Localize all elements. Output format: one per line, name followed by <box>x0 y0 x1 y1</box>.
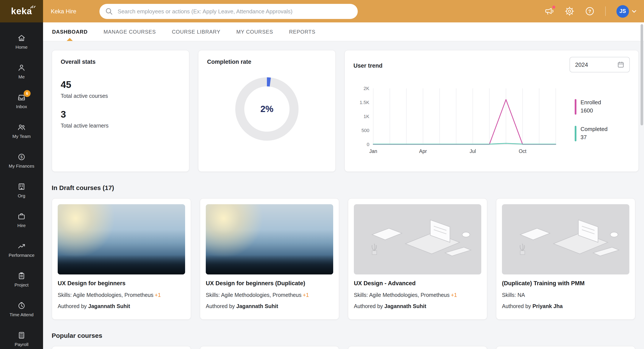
course-card[interactable] <box>200 346 339 349</box>
app-name: Keka Hire <box>51 8 76 15</box>
course-author: Authored by Jagannath Suhit <box>58 303 185 309</box>
draft-courses-title: In Draft courses (17) <box>52 184 636 191</box>
course-card[interactable] <box>348 346 487 349</box>
legend-value: 37 <box>580 134 608 140</box>
vertical-scrollbar[interactable] <box>640 24 643 125</box>
sidebar-item-inbox[interactable]: 6 Inbox <box>0 86 43 116</box>
skills-value: Agile Methodologies, Prometheus <box>369 292 450 298</box>
performance-icon <box>17 242 26 250</box>
legend-completed: Completed 37 <box>575 126 630 141</box>
legend-marker-enrolled <box>575 99 576 114</box>
sidebar-item-org[interactable]: Org <box>0 175 43 205</box>
course-card[interactable] <box>496 346 636 349</box>
avatar[interactable]: JS <box>616 5 629 18</box>
help-icon: ? <box>585 7 594 16</box>
tab-reports[interactable]: REPORTS <box>289 23 316 41</box>
global-search[interactable] <box>100 4 358 19</box>
author-label: Authored by <box>206 303 235 309</box>
stat-value: 3 <box>61 109 180 120</box>
clock-icon <box>17 301 26 310</box>
svg-text:Jan: Jan <box>369 148 377 154</box>
course-title: UX Design for beginners (Duplicate) <box>206 280 333 286</box>
svg-text:1K: 1K <box>364 114 369 119</box>
skills-value: NA <box>518 292 525 298</box>
topbar-actions: ? JS <box>544 5 636 18</box>
sidebar-label: Org <box>18 193 25 198</box>
trend-legend: Enrolled 1600 Completed 37 <box>575 99 630 141</box>
course-author: Authored by Priyank Jha <box>502 303 629 309</box>
keka-logo[interactable]: keka <box>0 0 43 23</box>
legend-value: 1600 <box>580 107 601 114</box>
course-card[interactable]: (Duplicate) Training with PMM Skills: NA… <box>496 198 636 320</box>
sidebar-item-my-team[interactable]: My Team <box>0 116 43 146</box>
course-thumbnail-photo <box>206 204 333 274</box>
sidebar-item-home[interactable]: Home <box>0 27 43 57</box>
course-card[interactable]: UX Design for beginners (Duplicate) Skil… <box>200 198 339 320</box>
skills-more-chip[interactable]: +1 <box>303 292 309 298</box>
sidebar-item-my-finances[interactable]: $ My Finances <box>0 146 43 175</box>
sidebar-label: Me <box>18 74 24 79</box>
topbar-main: Keka Hire <box>43 0 644 23</box>
course-title: UX Design for beginners <box>58 280 185 286</box>
inbox-badge: 6 <box>24 90 30 97</box>
sidebar-item-performance[interactable]: Performance <box>0 235 43 264</box>
briefcase-icon <box>17 212 26 221</box>
search-input[interactable] <box>117 8 352 15</box>
profile-menu[interactable]: JS <box>616 5 636 18</box>
calendar-icon <box>617 61 624 68</box>
notification-dot <box>552 6 555 9</box>
tab-manage-courses[interactable]: MANAGE COURSES <box>104 23 156 41</box>
announcements-button[interactable] <box>544 7 554 16</box>
org-icon <box>17 182 26 191</box>
sidebar-label: My Team <box>12 134 31 139</box>
svg-text:Oct: Oct <box>519 148 526 154</box>
course-tabs: DASHBOARD MANAGE COURSES COURSE LIBRARY … <box>43 23 644 41</box>
skills-more-chip[interactable]: +1 <box>451 292 457 298</box>
gear-icon <box>565 7 574 16</box>
finances-icon: $ <box>17 153 26 161</box>
author-label: Authored by <box>58 303 87 309</box>
help-button[interactable]: ? <box>585 7 594 16</box>
svg-text:Jul: Jul <box>470 148 476 154</box>
skills-label: Skills: <box>502 292 516 298</box>
sidebar-item-payroll[interactable]: Payroll <box>0 324 43 349</box>
tab-my-courses[interactable]: MY COURSES <box>236 23 273 41</box>
sidebar-item-me[interactable]: Me <box>0 57 43 86</box>
completion-percent: 2% <box>232 75 301 144</box>
tab-course-library[interactable]: COURSE LIBRARY <box>172 23 220 41</box>
course-card[interactable] <box>52 346 191 349</box>
svg-text:?: ? <box>588 9 591 14</box>
settings-button[interactable] <box>565 7 574 16</box>
tab-dashboard[interactable]: DASHBOARD <box>52 23 88 41</box>
completion-rate-card: Completion rate 2% <box>198 50 336 172</box>
course-thumbnail-illustration <box>502 204 629 274</box>
legend-marker-completed <box>575 126 576 141</box>
author-name: Jagannath Suhit <box>236 303 278 309</box>
year-select[interactable]: 2024 <box>570 57 630 72</box>
popular-courses-row <box>52 346 636 349</box>
stat-label: Total active courses <box>61 93 180 99</box>
stat-label: Total active learners <box>61 123 180 129</box>
stats-row: Overall stats 45 Total active courses 3 … <box>52 50 636 172</box>
payroll-icon <box>17 331 26 339</box>
sidebar-item-time-attend[interactable]: Time Attend <box>0 294 43 324</box>
stat-active-courses: 45 Total active courses <box>61 80 180 99</box>
user-trend-chart: 05001K1.5K2KJanAprJulOct <box>354 83 569 157</box>
main-area: DASHBOARD MANAGE COURSES COURSE LIBRARY … <box>43 23 644 349</box>
course-card[interactable]: UX Design - Advanced Skills: Agile Metho… <box>348 198 487 320</box>
sidebar-item-project[interactable]: Project <box>0 264 43 294</box>
skills-more-chip[interactable]: +1 <box>155 292 161 298</box>
course-card[interactable]: UX Design for beginners Skills: Agile Me… <box>52 198 191 320</box>
workspace-illustration <box>362 213 474 266</box>
course-author: Authored by Jagannath Suhit <box>206 303 333 309</box>
course-skills: Skills: Agile Methodologies, Prometheus+… <box>206 292 333 298</box>
svg-text:1.5K: 1.5K <box>360 100 370 105</box>
trend-header: User trend 2024 <box>354 59 630 72</box>
course-skills: Skills: Agile Methodologies, Prometheus+… <box>354 292 481 298</box>
sidebar-item-hire[interactable]: Hire <box>0 205 43 235</box>
card-title: Overall stats <box>61 59 180 65</box>
overall-stats-card: Overall stats 45 Total active courses 3 … <box>52 50 190 172</box>
course-skills: Skills: NA <box>502 292 629 298</box>
spark-icon <box>30 4 36 9</box>
chevron-down-icon <box>632 10 636 13</box>
